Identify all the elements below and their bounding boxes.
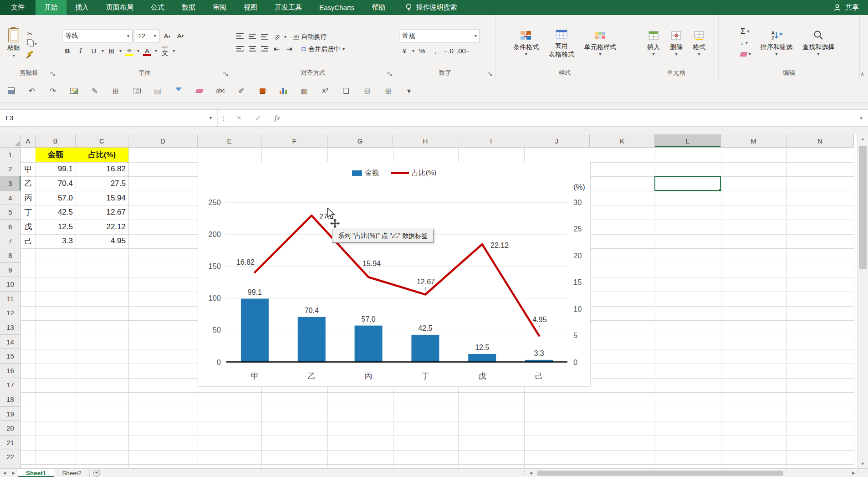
cell-A6[interactable]: 戊 bbox=[21, 220, 36, 234]
delete-cells-button[interactable]: ✕ 删除 ▾ bbox=[667, 28, 686, 57]
right-axis-tick-label[interactable]: 30 bbox=[573, 198, 582, 206]
vertical-scrollbar[interactable]: ▲ ▼ bbox=[857, 134, 868, 468]
chart-legend[interactable]: 金额占比(%) bbox=[198, 169, 590, 177]
borders-dropdown-arrow[interactable]: ▾ bbox=[119, 49, 122, 53]
left-axis-tick-label[interactable]: 100 bbox=[208, 294, 221, 302]
align-center-button[interactable] bbox=[247, 45, 257, 54]
share-button[interactable]: 共享 bbox=[833, 0, 868, 15]
formula-bar-splitter[interactable]: ⋮ bbox=[218, 110, 230, 126]
orientation-dropdown-arrow[interactable]: ▾ bbox=[284, 35, 286, 39]
cell-B1[interactable]: 金额 bbox=[36, 148, 76, 162]
ribbon-tab-帮助[interactable]: 帮助 bbox=[363, 0, 394, 15]
formula-input[interactable] bbox=[287, 110, 854, 126]
fill-button[interactable]: ↓▾ bbox=[740, 38, 751, 48]
selected-cell-L3[interactable] bbox=[654, 176, 721, 191]
cell-A3[interactable]: 乙 bbox=[21, 176, 36, 191]
name-box-dropdown-arrow[interactable]: ▾ bbox=[209, 116, 212, 120]
line-data-label-甲[interactable]: 16.82 bbox=[236, 258, 255, 266]
row-header-12[interactable]: 12 bbox=[0, 306, 21, 321]
comma-style-button[interactable]: , bbox=[430, 46, 441, 56]
chart-plot[interactable]: 050100150200250051015202530(%)99.170.457… bbox=[198, 162, 591, 387]
row-header-15[interactable]: 15 bbox=[0, 349, 21, 364]
sort-filter-button[interactable]: AZ 排序和筛选 ▾ bbox=[757, 28, 796, 57]
column-header-E[interactable]: E bbox=[198, 134, 261, 148]
row-header-14[interactable]: 14 bbox=[0, 335, 21, 349]
right-axis-tick-label[interactable]: 10 bbox=[573, 305, 582, 313]
bar-data-label-甲[interactable]: 99.1 bbox=[248, 288, 262, 296]
eraser-icon[interactable] bbox=[195, 86, 204, 96]
row-header-21[interactable]: 21 bbox=[0, 436, 21, 450]
clear-button[interactable]: ▾ bbox=[740, 49, 751, 59]
merge-dropdown-arrow[interactable]: ▾ bbox=[342, 47, 345, 51]
ribbon-tab-开始[interactable]: 开始 bbox=[36, 0, 66, 15]
bar-乙[interactable] bbox=[298, 317, 326, 362]
scroll-up-arrow[interactable]: ▲ bbox=[858, 134, 868, 144]
conditional-formatting-button[interactable]: ≠ 条件格式 ▾ bbox=[510, 28, 542, 57]
horizontal-scrollbar[interactable]: ⋮ ◀ ▶ bbox=[522, 470, 855, 476]
row-header-6[interactable]: 6 bbox=[0, 220, 21, 234]
italic-button[interactable]: I bbox=[75, 46, 86, 56]
font-dialog-launcher[interactable] bbox=[223, 71, 229, 77]
column-header-F[interactable]: F bbox=[261, 134, 327, 148]
fill-color-button[interactable] bbox=[124, 46, 135, 56]
ribbon-tab-页面布局[interactable]: 页面布局 bbox=[97, 0, 142, 15]
category-label-戊[interactable]: 戊 bbox=[478, 372, 486, 380]
ribbon-tab-数据[interactable]: 数据 bbox=[173, 0, 204, 15]
bar-丁[interactable] bbox=[411, 335, 439, 362]
column-header-J[interactable]: J bbox=[524, 134, 590, 148]
alignment-dialog-launcher[interactable] bbox=[387, 71, 393, 77]
cut-button[interactable]: ✂ bbox=[27, 30, 37, 37]
increase-font-size-button[interactable]: A▴ bbox=[162, 31, 173, 41]
decrease-indent-button[interactable]: ⇤ bbox=[272, 45, 282, 54]
category-label-己[interactable]: 己 bbox=[535, 372, 543, 380]
cell-styles-button[interactable]: 单元格样式 ▾ bbox=[581, 28, 619, 57]
font-color-button[interactable]: A bbox=[142, 46, 153, 56]
left-axis-tick-label[interactable]: 200 bbox=[208, 230, 221, 238]
bold-button[interactable]: B bbox=[62, 46, 73, 56]
line-data-label-己[interactable]: 4.95 bbox=[532, 316, 546, 323]
paste-dropdown-arrow[interactable]: ▾ bbox=[12, 53, 15, 58]
column-header-A[interactable]: A bbox=[21, 134, 36, 148]
category-label-丁[interactable]: 丁 bbox=[421, 372, 429, 380]
accounting-format-button[interactable]: ¥ bbox=[399, 46, 410, 56]
column-header-N[interactable]: N bbox=[786, 134, 854, 148]
font-color-dropdown-arrow[interactable]: ▾ bbox=[155, 49, 157, 53]
row-header-2[interactable]: 2 bbox=[0, 162, 21, 177]
font-size-select[interactable]: 12▾ bbox=[135, 30, 159, 42]
percent-style-button[interactable]: % bbox=[417, 46, 428, 56]
cell-C1[interactable]: 占比(%) bbox=[76, 148, 128, 162]
chart-frame-icon[interactable]: ▥ bbox=[300, 86, 309, 96]
tell-me-search[interactable]: 操作说明搜索 bbox=[398, 0, 465, 15]
column-header-C[interactable]: C bbox=[76, 134, 128, 148]
cell-B6[interactable]: 12.5 bbox=[36, 220, 76, 234]
left-axis-tick-label[interactable]: 0 bbox=[217, 358, 221, 366]
column-header-B[interactable]: B bbox=[36, 134, 76, 148]
find-select-button[interactable]: 查找和选择 ▾ bbox=[799, 28, 837, 57]
comment-icon[interactable]: ❏ bbox=[342, 86, 351, 96]
embedded-chart[interactable]: 050100150200250051015202530(%)99.170.457… bbox=[198, 162, 591, 387]
merge-center-button[interactable]: ⊟合并后居中▾ bbox=[301, 45, 345, 53]
expand-formula-bar-button[interactable]: ▾ bbox=[854, 110, 868, 126]
row-header-8[interactable]: 8 bbox=[0, 248, 21, 263]
ribbon-tab-插入[interactable]: 插入 bbox=[66, 0, 97, 15]
orientation-button[interactable]: ab bbox=[272, 32, 282, 41]
sheet-tab-Sheet2[interactable]: Sheet2 bbox=[54, 469, 90, 477]
fill-color-dropdown-arrow[interactable]: ▾ bbox=[137, 49, 139, 53]
underline-button[interactable]: U bbox=[88, 46, 99, 56]
column-header-K[interactable]: K bbox=[590, 134, 655, 148]
scroll-down-arrow[interactable]: ▼ bbox=[858, 459, 868, 468]
cell-A7[interactable]: 己 bbox=[21, 234, 36, 249]
number-dialog-launcher[interactable] bbox=[487, 71, 493, 77]
merge-cells-icon[interactable]: ⊟ bbox=[363, 86, 372, 96]
line-data-label-丁[interactable]: 12.67 bbox=[417, 278, 435, 286]
row-header-18[interactable]: 18 bbox=[0, 392, 21, 407]
row-header-17[interactable]: 17 bbox=[0, 378, 21, 393]
filter-icon[interactable] bbox=[174, 86, 183, 96]
cell-C2[interactable]: 16.82 bbox=[76, 162, 128, 177]
clipboard-dialog-launcher[interactable] bbox=[50, 71, 56, 77]
row-header-23[interactable]: 23 bbox=[0, 464, 21, 468]
cell-C6[interactable]: 22.12 bbox=[76, 220, 128, 234]
undo-icon[interactable]: ↶ bbox=[27, 86, 36, 96]
column-header-M[interactable]: M bbox=[721, 134, 786, 148]
format-as-table-button[interactable]: 套用 表格格式 bbox=[546, 27, 577, 59]
